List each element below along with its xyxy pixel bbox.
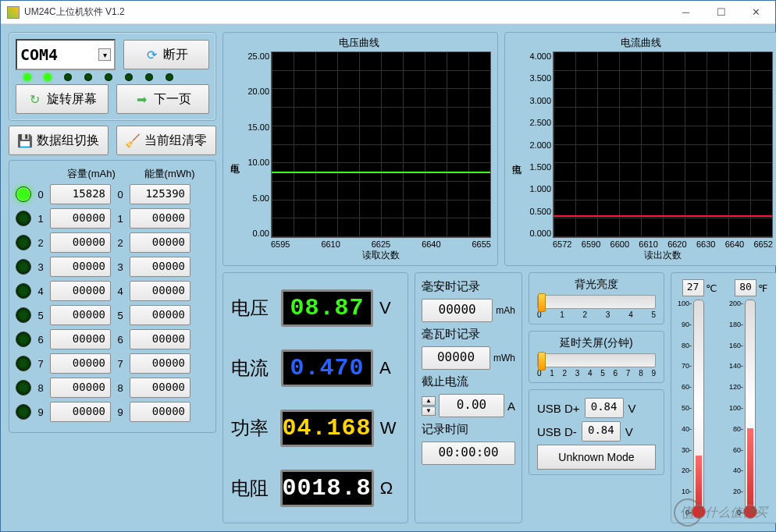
app-window: UM24C上位机软件 V1.2 ─ ☐ ✕ COM4 ▾ ⟳ 断开 [0, 0, 776, 532]
power-value: 04.168 [280, 410, 374, 447]
resistance-value: 0018.8 [280, 470, 374, 507]
datagroup-led[interactable] [16, 235, 31, 250]
capacity-value: 00000 [50, 257, 111, 277]
current-chart: 电流曲线 电流 4.0003.5003.0002.5002.0001.5001.… [504, 32, 776, 266]
mwh-value: 00000 [422, 346, 490, 370]
cutoff-value[interactable]: 0.00 [439, 394, 504, 417]
datagroup-led[interactable] [16, 332, 31, 347]
next-page-button[interactable]: ➡ 下一页 [116, 84, 209, 114]
datagroup-row: 1 00000 1 00000 [16, 208, 209, 229]
chevron-down-icon[interactable]: ▾ [98, 48, 111, 61]
backlight-panel: 背光亮度 012345 [529, 272, 664, 325]
chart-line [272, 172, 490, 173]
step-down-icon[interactable]: ▼ [422, 406, 436, 416]
datagroup-row: 0 15828 0 125390 [16, 184, 209, 204]
capacity-value: 00000 [50, 402, 111, 422]
temp-f-value: 80 [735, 279, 756, 296]
usb-dm-value: 0.84 [582, 421, 621, 442]
usb-dp-value: 0.84 [585, 398, 624, 418]
energy-value: 00000 [130, 232, 190, 253]
datagroup-led[interactable] [16, 356, 31, 371]
datagroup-led[interactable] [16, 404, 31, 420]
minimize-button[interactable]: ─ [668, 1, 703, 23]
thermo-bar [745, 300, 756, 516]
refresh-icon: ⟳ [144, 48, 158, 62]
datagroup-row: 5 00000 5 00000 [16, 305, 209, 325]
cutoff-stepper[interactable]: ▲ ▼ [422, 396, 436, 416]
datagroup-index: 2 [116, 237, 125, 249]
chart-xlabel: 读出次数 [553, 249, 773, 262]
status-led [44, 73, 52, 81]
datagroup-index: 4 [36, 286, 45, 297]
com-port-select[interactable]: COM4 ▾ [16, 39, 116, 70]
slider-knob[interactable] [538, 352, 546, 371]
clear-icon: 🧹 [126, 133, 140, 147]
meter-current: 电流 0.470 A [231, 349, 400, 387]
usb-mode-button[interactable]: Unknown Mode [537, 445, 656, 470]
datagroup-led[interactable] [16, 211, 31, 226]
energy-value: 00000 [130, 378, 190, 398]
datagroup-row: 2 00000 2 00000 [16, 232, 209, 253]
datagroup-led[interactable] [16, 259, 31, 275]
status-led [84, 73, 92, 81]
datagroup-led[interactable] [16, 186, 31, 202]
bottom-row: 电压 08.87 V 电流 0.470 A 功率 04.168 W [222, 272, 776, 523]
datagroup-led[interactable] [16, 283, 31, 299]
left-column: COM4 ▾ ⟳ 断开 [9, 32, 216, 523]
slider-knob[interactable] [538, 293, 546, 312]
energy-value: 00000 [130, 402, 190, 422]
maximize-button[interactable]: ☐ [703, 1, 739, 23]
chart-xticks: 65726590660066106620663066406652 [553, 238, 773, 249]
current-group-clear-button[interactable]: 🧹 当前组清零 [116, 126, 216, 155]
datagroup-switch-button[interactable]: 💾 数据组切换 [9, 126, 109, 155]
disconnect-button[interactable]: ⟳ 断开 [123, 40, 209, 69]
datagroup-row: 8 00000 8 00000 [16, 378, 209, 398]
content: COM4 ▾ ⟳ 断开 [1, 24, 775, 531]
datagroup-index: 6 [116, 334, 125, 346]
status-led [166, 73, 173, 81]
datagroup-index: 1 [116, 213, 125, 225]
rotate-screen-button[interactable]: ↻ 旋转屏幕 [16, 84, 109, 114]
datagroup-index: 0 [36, 189, 45, 200]
chart-yticks: 4.0003.5003.0002.5002.0001.5001.0000.500… [525, 51, 553, 238]
screenoff-slider[interactable] [537, 353, 656, 367]
meter-power: 功率 04.168 W [231, 410, 400, 447]
energy-value: 00000 [130, 329, 190, 349]
chart-plot[interactable] [553, 51, 773, 238]
voltage-chart: 电压曲线 电压 25.0020.0015.0010.005.000.00 [222, 32, 498, 266]
energy-value: 00000 [130, 305, 190, 325]
status-led [105, 73, 112, 81]
chart-title: 电压曲线 [226, 36, 491, 50]
capacity-value: 00000 [50, 329, 111, 349]
status-leds [16, 70, 209, 84]
datagroup-index: 9 [116, 406, 125, 418]
datagroup-led[interactable] [16, 307, 31, 323]
titlebar: UM24C上位机软件 V1.2 ─ ☐ ✕ [1, 1, 775, 24]
step-up-icon[interactable]: ▲ [422, 396, 436, 406]
datagroup-row: 7 00000 7 00000 [16, 353, 209, 374]
chart-ylabel: 电流 [508, 51, 525, 262]
status-led [145, 73, 153, 81]
datagroup-row: 3 00000 3 00000 [16, 257, 209, 277]
datagroup-index: 9 [36, 406, 45, 418]
datagroup-led[interactable] [16, 380, 31, 395]
backlight-slider[interactable] [537, 295, 656, 309]
datagroup-index: 7 [116, 358, 125, 370]
capacity-value: 00000 [50, 281, 111, 301]
watermark: 值 什么值得买 [674, 498, 767, 527]
capacity-value: 00000 [50, 378, 111, 398]
energy-header: 能量(mWh) [144, 167, 195, 181]
datagroup-index: 8 [116, 382, 125, 394]
screenoff-panel: 延时关屏(分钟) 0123456789 [529, 331, 664, 383]
datagroup-index: 2 [36, 237, 45, 249]
close-button[interactable]: ✕ [739, 1, 774, 23]
energy-value: 00000 [130, 281, 190, 301]
meter-resistance: 电阻 0018.8 Ω [231, 470, 400, 507]
rotate-icon: ↻ [28, 92, 42, 106]
thermo-celsius: 27 ℃ 100-90-80-70-60-50-40-30-20-10-0- [676, 279, 723, 516]
energy-value: 125390 [130, 184, 190, 204]
com-port-value: COM4 [20, 45, 58, 64]
time-label: 记录时间 [422, 422, 515, 437]
status-led [23, 73, 31, 81]
chart-plot[interactable] [271, 51, 491, 238]
